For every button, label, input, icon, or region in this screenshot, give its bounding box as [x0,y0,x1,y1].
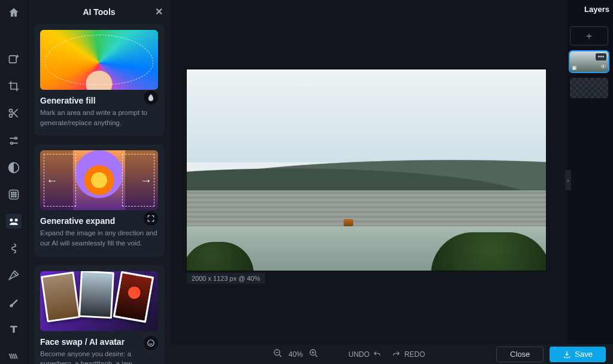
zoom-in-icon[interactable] [309,348,318,360]
panel-title: AI Tools [83,7,115,17]
zoom-value: 40% [289,350,303,359]
svg-point-11 [13,194,14,195]
card-generative-expand[interactable]: ← → Generative expand Expand the image i… [34,144,164,256]
card-desc: Become anyone you desire: a superhero, a… [40,349,158,364]
card-generative-fill[interactable]: Generative fill Mark an area and write a… [34,24,164,136]
svg-rect-0 [10,56,17,63]
expand-icon [144,211,158,226]
adjust-icon[interactable] [6,133,22,148]
filter-grid-icon[interactable] [6,187,22,202]
canvas-dimensions: 2000 x 1123 px @ 40% [187,273,265,284]
element-icon[interactable] [6,349,22,364]
card-title: Generative fill [40,96,158,105]
arrow-right-icon: → [140,174,152,187]
crop-icon[interactable] [6,79,22,94]
svg-point-1 [10,110,13,113]
layer-thumbnail-empty[interactable] [570,78,608,98]
workspace: 2000 x 1123 px @ 40% [170,0,568,344]
left-toolbar [0,0,28,364]
liquify-icon[interactable] [6,241,22,256]
svg-point-17 [15,219,18,222]
svg-point-15 [16,196,17,197]
panel-header: AI Tools ✕ [28,0,170,24]
save-button[interactable]: Save [550,347,606,362]
card-title: Generative expand [40,216,158,226]
add-layer-button[interactable]: ＋ [570,26,608,46]
zoom-out-icon[interactable] [273,348,283,360]
thumb-generative-fill [40,30,158,90]
card-desc: Mark an area and write a prompt to gener… [40,108,158,128]
retouch-icon[interactable] [6,268,22,283]
svg-point-8 [13,192,14,193]
add-image-icon[interactable] [6,52,22,67]
svg-point-4 [11,142,13,144]
svg-point-14 [13,196,14,197]
svg-point-3 [15,137,17,139]
canvas-image[interactable] [187,69,546,271]
cut-icon[interactable] [6,106,22,121]
svg-point-2 [10,114,13,117]
close-button[interactable]: Close [496,347,544,362]
ai-tools-icon[interactable] [6,214,22,229]
layers-tab[interactable]: Layers [584,5,609,14]
thumb-generative-expand: ← → [40,150,158,210]
undo-button[interactable]: UNDO [348,350,381,359]
close-panel-icon[interactable]: ✕ [155,6,163,17]
layer-badge-icon: ▣ [572,65,577,71]
card-title: Face swap / AI avatar [40,337,158,347]
contrast-icon[interactable] [6,160,22,175]
panel-expand-handle[interactable]: › [565,170,571,190]
bottom-bar: 40% UNDO REDO Close Save [170,344,613,364]
svg-point-9 [16,192,17,193]
svg-point-7 [11,192,13,193]
thumb-face-swap [40,271,158,331]
svg-point-18 [148,340,154,347]
arrow-left-icon: ← [46,174,58,187]
card-face-swap[interactable]: Face swap / AI avatar Become anyone you … [34,265,164,364]
svg-point-13 [11,196,13,197]
svg-point-16 [10,219,13,222]
svg-point-10 [11,194,13,195]
card-desc: Expand the image in any direction and ou… [40,228,158,248]
svg-point-12 [16,194,17,195]
text-icon[interactable] [6,322,22,337]
redo-button[interactable]: REDO [392,350,425,359]
visibility-icon[interactable]: 👁 [600,63,606,70]
ai-tools-panel: AI Tools ✕ Generative fill Mark an area … [28,0,170,364]
draw-icon[interactable] [6,295,22,310]
layer-thumbnail-1[interactable]: ••• 👁 ▣ [570,51,608,72]
layers-panel: ＋ ••• 👁 ▣ [570,26,608,98]
layer-options-icon[interactable]: ••• [596,53,606,60]
home-icon[interactable] [6,5,22,20]
